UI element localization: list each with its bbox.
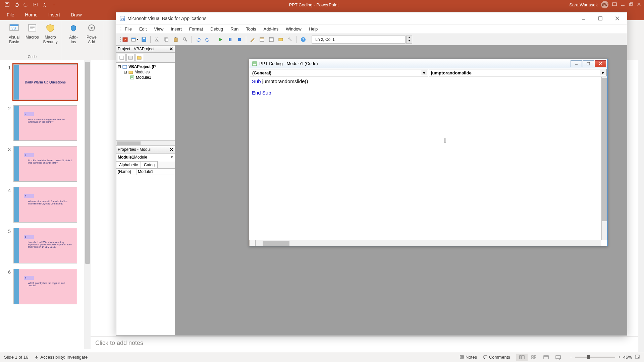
properties-panel-header[interactable]: Properties - Modul ✕	[116, 146, 175, 153]
insert-userform-icon[interactable]: ▾	[130, 35, 139, 44]
macros-button[interactable]: Macros	[23, 21, 41, 54]
undo-icon[interactable]	[194, 35, 203, 44]
project-panel-header[interactable]: Project - VBAProject ✕	[116, 45, 175, 53]
notes-pane[interactable]: Click to add notes	[91, 337, 638, 352]
zoom-slider[interactable]	[575, 357, 615, 358]
menu-format[interactable]: Format	[186, 25, 206, 33]
procedure-view-icon[interactable]	[249, 240, 255, 246]
notes-toggle[interactable]: Notes	[460, 355, 477, 360]
code-vscroll[interactable]	[601, 77, 607, 240]
vba-close-icon[interactable]	[609, 13, 626, 23]
code-object-combo[interactable]: (General)▾	[250, 69, 428, 76]
properties-panel-close-icon[interactable]: ✕	[169, 147, 173, 152]
view-powerpoint-icon[interactable]: P	[121, 35, 129, 44]
menu-view[interactable]: View	[151, 25, 167, 33]
code-maximize-icon[interactable]	[583, 60, 594, 67]
lncol-spinner[interactable]: ▲▼	[406, 36, 412, 44]
object-browser-icon[interactable]	[276, 35, 285, 44]
menu-debug[interactable]: Debug	[207, 25, 226, 33]
zoom-level[interactable]: 46%	[623, 355, 632, 360]
redo-icon[interactable]	[203, 35, 212, 44]
redo-icon[interactable]	[22, 1, 30, 8]
undo-icon[interactable]	[13, 1, 20, 8]
menu-tools[interactable]: Tools	[243, 25, 259, 33]
properties-object-combo[interactable]: Module1 Module ▼	[116, 153, 175, 161]
vba-maximize-icon[interactable]	[592, 13, 609, 23]
help-icon[interactable]: ?	[299, 35, 308, 44]
tab-home[interactable]: Home	[20, 10, 43, 20]
fit-to-window-icon[interactable]	[635, 354, 640, 360]
user-name[interactable]: Sara Wanasek	[569, 2, 598, 7]
properties-tab-categorized[interactable]: Categ	[141, 161, 158, 168]
normal-view-icon[interactable]	[516, 354, 528, 361]
minimize-icon[interactable]	[621, 2, 625, 8]
tab-draw[interactable]: Draw	[65, 10, 87, 20]
menu-help[interactable]: Help	[306, 25, 321, 33]
zoom-out-icon[interactable]: −	[570, 355, 573, 360]
code-editor[interactable]: Sub jumptorandomslide() End Sub I	[249, 77, 607, 246]
menu-addins[interactable]: Add-Ins	[260, 25, 282, 33]
close-icon[interactable]	[637, 2, 641, 8]
slide-thumbnail[interactable]: 32First Earth orbiter Soviet Union's Spu…	[0, 145, 85, 186]
accessibility-status[interactable]: Accessibility: Investigate	[34, 355, 88, 360]
zoom-in-icon[interactable]: +	[618, 355, 621, 360]
project-tree[interactable]: ⊟VBAProject (P ⊟Modules Module1	[116, 63, 175, 146]
menu-window[interactable]: Window	[282, 25, 305, 33]
tab-file[interactable]: File	[1, 10, 20, 20]
toolbox-icon[interactable]	[286, 35, 294, 44]
reset-icon[interactable]	[235, 35, 244, 44]
find-icon[interactable]	[181, 35, 190, 44]
slideshow-view-icon[interactable]	[552, 354, 564, 361]
slide-thumbnail[interactable]: 54Launched in 2006, which planetary expl…	[0, 227, 85, 267]
code-procedure-combo[interactable]: jumptorandomslide▾	[429, 69, 607, 76]
properties-window-icon[interactable]	[267, 35, 276, 44]
break-icon[interactable]	[226, 35, 234, 44]
slide-counter[interactable]: Slide 1 of 16	[4, 355, 28, 360]
comments-toggle[interactable]: Comments	[483, 355, 510, 360]
visual-basic-button[interactable]: VB Visual Basic	[5, 21, 23, 54]
slide-thumbnail[interactable]: 65Which country has the origin of Inuit …	[0, 267, 85, 308]
project-tree-hscroll[interactable]	[116, 140, 175, 145]
vba-minimize-icon[interactable]	[575, 13, 592, 23]
main-scrollbar[interactable]	[638, 60, 644, 352]
powerpoint-addins-button[interactable]: Powe Add	[83, 21, 100, 54]
menu-insert[interactable]: Insert	[167, 25, 185, 33]
project-explorer-icon[interactable]	[258, 35, 266, 44]
project-view-object-icon[interactable]	[126, 54, 135, 61]
code-close-icon[interactable]	[595, 60, 606, 67]
from-beginning-icon[interactable]	[32, 1, 39, 8]
cut-icon[interactable]	[153, 35, 161, 44]
project-view-code-icon[interactable]	[118, 54, 126, 61]
user-avatar[interactable]: SW	[601, 1, 608, 8]
qat-customize-icon[interactable]	[50, 1, 58, 8]
reading-view-icon[interactable]	[540, 354, 552, 361]
save-icon[interactable]	[140, 35, 148, 44]
tab-insert[interactable]: Insert	[43, 10, 65, 20]
copy-icon[interactable]	[162, 35, 171, 44]
macro-security-button[interactable]: ! Macro Security	[42, 21, 59, 54]
code-minimize-icon[interactable]	[571, 60, 582, 67]
project-toggle-folders-icon[interactable]	[135, 54, 143, 61]
slide-thumbnail[interactable]: 43Who was the seventh President of the I…	[0, 186, 85, 227]
save-icon[interactable]	[3, 1, 11, 8]
project-panel-close-icon[interactable]: ✕	[169, 46, 173, 52]
restore-icon[interactable]	[629, 2, 633, 8]
code-window-title-bar[interactable]: PPT Coding - Module1 (Code)	[249, 59, 607, 68]
properties-tab-alphabetic[interactable]: Alphabetic	[116, 161, 141, 168]
slide-panel-scrollbar[interactable]	[85, 60, 91, 349]
addins-button[interactable]: Add- ins	[65, 21, 82, 54]
paste-icon[interactable]	[171, 35, 180, 44]
properties-grid[interactable]: (Name) Module1	[116, 168, 175, 335]
run-icon[interactable]	[216, 35, 225, 44]
touch-mode-icon[interactable]	[41, 1, 48, 8]
slide-sorter-icon[interactable]	[528, 354, 540, 361]
slide-thumbnail[interactable]: 21What is the third-largest continental …	[0, 104, 85, 145]
menu-run[interactable]: Run	[227, 25, 242, 33]
ribbon-display-icon[interactable]	[612, 2, 617, 8]
slide-thumbnail[interactable]: 1Daily Warm Up Questions	[0, 63, 85, 104]
menu-edit[interactable]: Edit	[136, 25, 150, 33]
code-hscroll[interactable]	[256, 240, 601, 246]
menu-file[interactable]: File	[121, 25, 135, 33]
design-mode-icon[interactable]	[248, 35, 257, 44]
vba-title-bar[interactable]: VB Microsoft Visual Basic for Applicatio…	[116, 12, 627, 24]
